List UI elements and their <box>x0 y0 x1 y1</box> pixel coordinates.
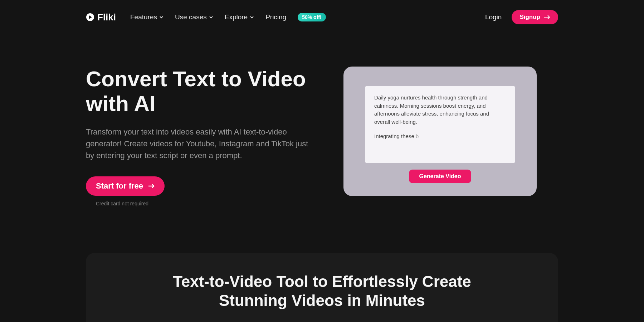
demo-paragraph-1: Daily yoga nurtures health through stren… <box>374 94 506 126</box>
brand-name: Fliki <box>97 12 116 23</box>
hero-description: Transform your text into videos easily w… <box>86 126 315 161</box>
signup-button[interactable]: Signup <box>512 10 558 24</box>
chevron-down-icon <box>209 15 213 19</box>
nav-explore[interactable]: Explore <box>225 13 254 21</box>
demo-card: Daily yoga nurtures health through stren… <box>343 67 537 196</box>
nav-right: Login Signup <box>485 10 558 24</box>
discount-badge: 50% off! <box>298 13 326 21</box>
main-nav: Fliki Features Use cases Explore Pricing <box>86 10 558 24</box>
hero-section: Convert Text to Video with AI Transform … <box>86 34 558 206</box>
section-2-title: Text-to-Video Tool to Effortlessly Creat… <box>100 272 544 310</box>
hero-right: Daily yoga nurtures health through stren… <box>343 67 537 196</box>
signup-label: Signup <box>519 14 540 21</box>
login-link[interactable]: Login <box>485 13 502 21</box>
hero-left: Convert Text to Video with AI Transform … <box>86 67 315 206</box>
demo-paragraph-2: Integrating these b <box>374 132 506 141</box>
arrow-right-icon <box>148 184 155 189</box>
nav-items: Features Use cases Explore Pricing 50% o… <box>130 13 326 21</box>
nav-pricing[interactable]: Pricing <box>265 13 286 21</box>
page-title: Convert Text to Video with AI <box>86 67 315 116</box>
section-2: Text-to-Video Tool to Effortlessly Creat… <box>86 253 558 322</box>
start-free-button[interactable]: Start for free <box>86 176 165 196</box>
nav-features-label: Features <box>130 13 157 21</box>
nav-use-cases[interactable]: Use cases <box>175 13 213 21</box>
chevron-down-icon <box>159 15 164 19</box>
typing-cursor: b <box>416 133 419 139</box>
generate-video-button[interactable]: Generate Video <box>409 170 471 183</box>
hero-subtext: Credit card not required <box>96 201 315 206</box>
nav-use-cases-label: Use cases <box>175 13 207 21</box>
arrow-right-icon <box>544 15 550 20</box>
logo-icon <box>86 13 94 21</box>
nav-pricing-label: Pricing <box>265 13 286 21</box>
logo[interactable]: Fliki <box>86 12 116 23</box>
nav-features[interactable]: Features <box>130 13 164 21</box>
chevron-down-icon <box>250 15 254 19</box>
demo-textarea[interactable]: Daily yoga nurtures health through stren… <box>365 86 515 163</box>
nav-explore-label: Explore <box>225 13 248 21</box>
start-free-label: Start for free <box>96 181 143 191</box>
